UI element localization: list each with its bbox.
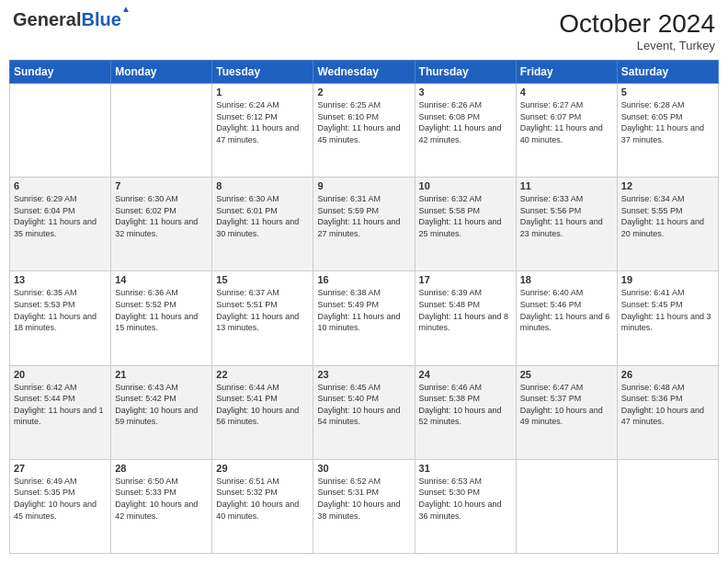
day-detail: Sunrise: 6:39 AM Sunset: 5:48 PM Dayligh… bbox=[419, 287, 512, 333]
calendar-cell: 30Sunrise: 6:52 AM Sunset: 5:31 PM Dayli… bbox=[313, 459, 415, 553]
calendar-cell: 28Sunrise: 6:50 AM Sunset: 5:33 PM Dayli… bbox=[111, 459, 212, 553]
day-detail: Sunrise: 6:42 AM Sunset: 5:44 PM Dayligh… bbox=[14, 382, 107, 428]
calendar-cell: 4Sunrise: 6:27 AM Sunset: 6:07 PM Daylig… bbox=[516, 84, 617, 178]
col-sunday: Sunday bbox=[10, 61, 111, 84]
day-detail: Sunrise: 6:33 AM Sunset: 5:56 PM Dayligh… bbox=[520, 193, 613, 239]
col-wednesday: Wednesday bbox=[313, 61, 415, 84]
calendar-cell: 7Sunrise: 6:30 AM Sunset: 6:02 PM Daylig… bbox=[111, 178, 212, 271]
calendar-cell: 23Sunrise: 6:45 AM Sunset: 5:40 PM Dayli… bbox=[313, 365, 415, 459]
day-number: 21 bbox=[115, 369, 208, 380]
logo-general: General bbox=[13, 9, 81, 29]
calendar-row-3: 20Sunrise: 6:42 AM Sunset: 5:44 PM Dayli… bbox=[10, 365, 719, 459]
day-detail: Sunrise: 6:38 AM Sunset: 5:49 PM Dayligh… bbox=[317, 287, 410, 333]
calendar-cell bbox=[516, 459, 617, 553]
col-friday: Friday bbox=[516, 61, 617, 84]
day-number: 17 bbox=[419, 274, 512, 285]
day-detail: Sunrise: 6:47 AM Sunset: 5:37 PM Dayligh… bbox=[520, 382, 613, 428]
calendar-cell bbox=[111, 84, 212, 178]
day-number: 10 bbox=[419, 180, 512, 191]
day-detail: Sunrise: 6:30 AM Sunset: 6:01 PM Dayligh… bbox=[216, 193, 309, 239]
day-number: 20 bbox=[14, 369, 107, 380]
calendar-table: Sunday Monday Tuesday Wednesday Thursday… bbox=[9, 60, 719, 554]
calendar-cell: 31Sunrise: 6:53 AM Sunset: 5:30 PM Dayli… bbox=[415, 459, 516, 553]
day-detail: Sunrise: 6:28 AM Sunset: 6:05 PM Dayligh… bbox=[621, 99, 714, 145]
day-number: 22 bbox=[216, 369, 309, 380]
calendar-cell: 16Sunrise: 6:38 AM Sunset: 5:49 PM Dayli… bbox=[313, 271, 415, 365]
calendar-cell: 20Sunrise: 6:42 AM Sunset: 5:44 PM Dayli… bbox=[10, 365, 111, 459]
calendar-row-1: 6Sunrise: 6:29 AM Sunset: 6:04 PM Daylig… bbox=[10, 178, 719, 271]
col-monday: Monday bbox=[111, 61, 212, 84]
day-detail: Sunrise: 6:26 AM Sunset: 6:08 PM Dayligh… bbox=[419, 99, 512, 145]
day-detail: Sunrise: 6:34 AM Sunset: 5:55 PM Dayligh… bbox=[621, 193, 714, 239]
calendar-cell bbox=[10, 84, 111, 178]
day-number: 8 bbox=[216, 180, 309, 191]
day-number: 24 bbox=[419, 369, 512, 380]
calendar-cell: 9Sunrise: 6:31 AM Sunset: 5:59 PM Daylig… bbox=[313, 178, 415, 271]
day-number: 31 bbox=[419, 463, 512, 474]
day-detail: Sunrise: 6:53 AM Sunset: 5:30 PM Dayligh… bbox=[419, 476, 512, 522]
day-number: 6 bbox=[14, 180, 107, 191]
calendar-cell: 2Sunrise: 6:25 AM Sunset: 6:10 PM Daylig… bbox=[313, 84, 415, 178]
calendar-cell: 8Sunrise: 6:30 AM Sunset: 6:01 PM Daylig… bbox=[212, 178, 313, 271]
header-row: Sunday Monday Tuesday Wednesday Thursday… bbox=[10, 61, 719, 84]
calendar-cell: 1Sunrise: 6:24 AM Sunset: 6:12 PM Daylig… bbox=[212, 84, 313, 178]
day-number: 27 bbox=[14, 463, 107, 474]
day-detail: Sunrise: 6:46 AM Sunset: 5:38 PM Dayligh… bbox=[419, 382, 512, 428]
day-detail: Sunrise: 6:50 AM Sunset: 5:33 PM Dayligh… bbox=[115, 476, 208, 522]
calendar-cell: 24Sunrise: 6:46 AM Sunset: 5:38 PM Dayli… bbox=[415, 365, 516, 459]
calendar-cell: 12Sunrise: 6:34 AM Sunset: 5:55 PM Dayli… bbox=[617, 178, 718, 271]
calendar-row-4: 27Sunrise: 6:49 AM Sunset: 5:35 PM Dayli… bbox=[10, 459, 719, 553]
day-number: 1 bbox=[216, 86, 309, 98]
day-detail: Sunrise: 6:32 AM Sunset: 5:58 PM Dayligh… bbox=[419, 193, 512, 239]
day-detail: Sunrise: 6:35 AM Sunset: 5:53 PM Dayligh… bbox=[14, 287, 107, 333]
day-detail: Sunrise: 6:45 AM Sunset: 5:40 PM Dayligh… bbox=[317, 382, 410, 428]
calendar-cell: 19Sunrise: 6:41 AM Sunset: 5:45 PM Dayli… bbox=[617, 271, 718, 365]
calendar-cell: 6Sunrise: 6:29 AM Sunset: 6:04 PM Daylig… bbox=[10, 178, 111, 271]
logo-blue: Blue bbox=[81, 9, 120, 29]
day-number: 4 bbox=[520, 86, 613, 98]
calendar-cell: 15Sunrise: 6:37 AM Sunset: 5:51 PM Dayli… bbox=[212, 271, 313, 365]
day-number: 29 bbox=[216, 463, 309, 474]
calendar-cell: 29Sunrise: 6:51 AM Sunset: 5:32 PM Dayli… bbox=[212, 459, 313, 553]
day-number: 19 bbox=[621, 274, 714, 285]
calendar-cell: 22Sunrise: 6:44 AM Sunset: 5:41 PM Dayli… bbox=[212, 365, 313, 459]
day-number: 11 bbox=[520, 180, 613, 191]
day-number: 13 bbox=[14, 274, 107, 285]
day-number: 16 bbox=[317, 274, 410, 285]
day-detail: Sunrise: 6:51 AM Sunset: 5:32 PM Dayligh… bbox=[216, 476, 309, 522]
month-year: October 2024 bbox=[559, 9, 715, 39]
day-detail: Sunrise: 6:48 AM Sunset: 5:36 PM Dayligh… bbox=[621, 382, 714, 428]
title-block: October 2024 Levent, Turkey bbox=[559, 9, 715, 52]
day-number: 5 bbox=[621, 86, 714, 98]
calendar-cell: 26Sunrise: 6:48 AM Sunset: 5:36 PM Dayli… bbox=[617, 365, 718, 459]
day-detail: Sunrise: 6:30 AM Sunset: 6:02 PM Dayligh… bbox=[115, 193, 208, 239]
calendar-cell bbox=[617, 459, 718, 553]
calendar-row-2: 13Sunrise: 6:35 AM Sunset: 5:53 PM Dayli… bbox=[10, 271, 719, 365]
calendar-cell: 14Sunrise: 6:36 AM Sunset: 5:52 PM Dayli… bbox=[111, 271, 212, 365]
day-number: 30 bbox=[317, 463, 410, 474]
location: Levent, Turkey bbox=[559, 39, 715, 52]
day-detail: Sunrise: 6:36 AM Sunset: 5:52 PM Dayligh… bbox=[115, 287, 208, 333]
page: GeneralBlue ▲ October 2024 Levent, Turke… bbox=[0, 0, 728, 563]
calendar-cell: 11Sunrise: 6:33 AM Sunset: 5:56 PM Dayli… bbox=[516, 178, 617, 271]
day-detail: Sunrise: 6:44 AM Sunset: 5:41 PM Dayligh… bbox=[216, 382, 309, 428]
day-number: 25 bbox=[520, 369, 613, 380]
calendar-cell: 21Sunrise: 6:43 AM Sunset: 5:42 PM Dayli… bbox=[111, 365, 212, 459]
calendar-cell: 3Sunrise: 6:26 AM Sunset: 6:08 PM Daylig… bbox=[415, 84, 516, 178]
col-saturday: Saturday bbox=[617, 61, 718, 84]
day-number: 12 bbox=[621, 180, 714, 191]
day-detail: Sunrise: 6:25 AM Sunset: 6:10 PM Dayligh… bbox=[317, 99, 410, 145]
day-number: 23 bbox=[317, 369, 410, 380]
calendar-cell: 17Sunrise: 6:39 AM Sunset: 5:48 PM Dayli… bbox=[415, 271, 516, 365]
day-detail: Sunrise: 6:27 AM Sunset: 6:07 PM Dayligh… bbox=[520, 99, 613, 145]
day-detail: Sunrise: 6:31 AM Sunset: 5:59 PM Dayligh… bbox=[317, 193, 410, 239]
day-number: 3 bbox=[419, 86, 512, 98]
calendar-cell: 25Sunrise: 6:47 AM Sunset: 5:37 PM Dayli… bbox=[516, 365, 617, 459]
day-detail: Sunrise: 6:40 AM Sunset: 5:46 PM Dayligh… bbox=[520, 287, 613, 333]
logo: GeneralBlue ▲ bbox=[13, 9, 121, 30]
col-thursday: Thursday bbox=[415, 61, 516, 84]
logo-text: GeneralBlue ▲ bbox=[13, 9, 121, 30]
calendar-cell: 10Sunrise: 6:32 AM Sunset: 5:58 PM Dayli… bbox=[415, 178, 516, 271]
day-number: 26 bbox=[621, 369, 714, 380]
day-number: 28 bbox=[115, 463, 208, 474]
